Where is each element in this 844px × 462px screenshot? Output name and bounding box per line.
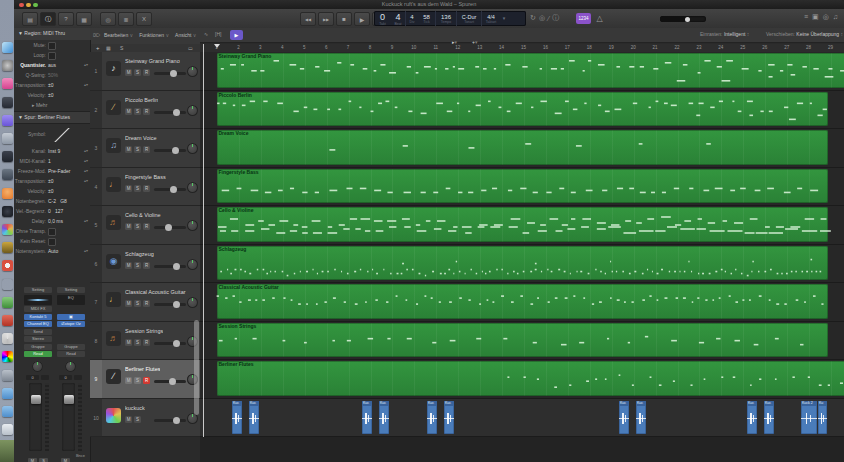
track-pan-knob[interactable] xyxy=(187,182,198,193)
inspector-row-notensystem[interactable]: Notensystem.Auto▴▾ xyxy=(14,247,90,256)
settings-dock-icon[interactable] xyxy=(2,60,13,71)
row-value[interactable]: 0,0 ms xyxy=(48,218,63,224)
apple-loops-icon[interactable]: ◎ xyxy=(823,13,829,21)
track-volume-knob[interactable] xyxy=(170,70,177,77)
track-volume-slider[interactable] xyxy=(154,111,186,114)
row-stepper[interactable]: ▴▾ xyxy=(84,248,88,253)
inspector-row-keinreset[interactable]: Kein Reset: xyxy=(14,237,90,246)
purple-app-dock-icon[interactable] xyxy=(2,115,13,126)
output-strip-slot-read[interactable]: Read xyxy=(57,351,85,357)
row-stepper[interactable]: ▴▾ xyxy=(84,158,88,163)
row-value[interactable]: ±0 xyxy=(48,82,54,88)
track-volume-knob[interactable] xyxy=(173,340,180,347)
browsers-icon[interactable]: ▣ xyxy=(812,13,819,21)
finder-dock-icon[interactable] xyxy=(2,42,13,53)
record-enable-button[interactable]: R xyxy=(143,185,150,192)
track-strip-slot-channeleq[interactable]: Channel EQ xyxy=(24,321,52,327)
track-volume-knob[interactable] xyxy=(173,263,180,270)
list-editors-icon[interactable]: ≡ xyxy=(804,13,808,21)
record-enable-button[interactable]: R xyxy=(143,300,150,307)
row-value[interactable]: ±0 xyxy=(48,178,54,184)
inspector-row-kanal[interactable]: Kanal:Inst 9▴▾ xyxy=(14,147,90,156)
toolbar-icon[interactable]: ▦ xyxy=(76,12,92,26)
track-strip-pan-knob[interactable] xyxy=(32,361,43,372)
b-app-dock-icon[interactable] xyxy=(2,279,13,290)
flex-button[interactable]: [H] xyxy=(215,31,221,38)
forward-button[interactable]: ▶▶ xyxy=(318,12,334,26)
track-volume-slider[interactable] xyxy=(154,419,186,422)
movie-app-dock-icon[interactable] xyxy=(2,169,13,180)
track-strip-slot-eq[interactable] xyxy=(24,295,52,305)
output-strip-slot-izotopeoz[interactable]: iZotope Oz xyxy=(57,321,85,327)
track-volume-knob[interactable] xyxy=(170,186,177,193)
lamp-dock-icon[interactable] xyxy=(2,370,13,381)
inspector-row-qswing[interactable]: Q-Swing:50% xyxy=(14,71,90,80)
mute-button[interactable]: M xyxy=(125,223,132,230)
record-enable-button[interactable]: R xyxy=(143,223,150,230)
library-icon[interactable]: ▤ xyxy=(22,12,38,26)
row-value[interactable]: Pre-Fader xyxy=(48,168,71,174)
inspector-row-velocity[interactable]: Velocity:±0 xyxy=(14,187,90,196)
track-volume-slider[interactable] xyxy=(154,188,186,191)
track-volume-knob[interactable] xyxy=(173,417,180,424)
row-stepper[interactable]: ▴▾ xyxy=(84,178,88,183)
track-pan-knob[interactable] xyxy=(187,105,198,116)
row-value[interactable]: ±0 xyxy=(48,92,54,98)
solo-button[interactable]: S xyxy=(134,108,141,115)
row-checkbox[interactable] xyxy=(48,52,56,60)
inspector-row-ohnetransp[interactable]: Ohne Transp. xyxy=(14,227,90,236)
mute-button[interactable]: M xyxy=(125,300,132,307)
track-volume-slider[interactable] xyxy=(154,265,186,268)
row-value[interactable]: Auto xyxy=(48,248,58,254)
output-strip-pan-knob[interactable] xyxy=(65,361,76,372)
output-strip-slot-[interactable]: ▣ xyxy=(57,314,85,320)
track-strip-slot-kontakt5[interactable]: Kontakt 5 xyxy=(24,314,52,320)
lcd-display[interactable]: 0Takt 4Beat 4Div 58Tick 136Tempo C-DurTo… xyxy=(374,11,526,26)
track-volume-slider[interactable] xyxy=(154,342,186,345)
autopunch-icon[interactable]: ◎ xyxy=(539,14,545,22)
metronome-icon[interactable]: △ xyxy=(594,13,605,24)
inspector-row-mute[interactable]: Mute: xyxy=(14,41,90,50)
mute-button[interactable]: M xyxy=(125,339,132,346)
automation-icon[interactable]: ∿ xyxy=(204,31,208,38)
photos-pink-dock-icon[interactable] xyxy=(2,78,13,89)
solo-button[interactable]: S xyxy=(134,185,141,192)
mute-button[interactable]: M xyxy=(125,108,132,115)
track-strip-slot-stereo[interactable]: Stereo xyxy=(24,336,52,342)
track-header-7[interactable]: ♩Classical Acoustic GuitarMSR xyxy=(102,283,200,322)
mute-button[interactable]: M xyxy=(125,146,132,153)
strip-solo-button[interactable]: S xyxy=(39,458,48,462)
smart-controls-icon[interactable]: ◎ xyxy=(100,12,116,26)
red-x-app-dock-icon[interactable] xyxy=(2,260,13,271)
track-strip-fader[interactable] xyxy=(29,383,42,452)
row-value[interactable]: Inst 9 xyxy=(48,148,60,154)
final-cut-dock-icon[interactable] xyxy=(2,224,13,235)
track-volume-knob[interactable] xyxy=(169,378,176,385)
solo-lock-icon[interactable]: ⓘ xyxy=(552,13,559,23)
color-wheel-dock-icon[interactable] xyxy=(2,351,13,362)
row-stepper[interactable]: ▴▾ xyxy=(84,82,88,87)
track-strip-fader-cap[interactable] xyxy=(31,395,41,404)
inspector-track-header[interactable]: ▼ Spur: Berliner Flutes xyxy=(14,111,90,124)
mute-button[interactable]: M xyxy=(125,185,132,192)
track-volume-knob[interactable] xyxy=(173,109,180,116)
row-value[interactable]: 0 127 xyxy=(48,208,63,214)
output-strip-fader[interactable] xyxy=(62,383,75,452)
row-value[interactable]: 1 xyxy=(48,158,51,164)
menu-ansicht[interactable]: Ansicht ∨ xyxy=(175,32,196,39)
track-volume-slider[interactable] xyxy=(154,303,186,306)
output-strip-fader-cap[interactable] xyxy=(64,395,74,404)
track-volume-knob[interactable] xyxy=(165,224,172,231)
move-menu[interactable]: Keine Überlappung xyxy=(796,31,839,37)
row-stepper[interactable]: ▴▾ xyxy=(84,62,88,67)
inspector-row-velbegrenz[interactable]: Vel.-Begrenz.0 127 xyxy=(14,207,90,216)
mute-button[interactable]: M xyxy=(125,377,132,384)
track-strip-slot-setting[interactable]: Setting xyxy=(24,287,52,293)
snap-menu[interactable]: Intelligent xyxy=(724,31,745,37)
strip-mute-button[interactable]: M xyxy=(61,458,70,462)
solo-button[interactable]: S xyxy=(134,146,141,153)
track-header-5[interactable]: ♬Cello & ViolineMSR xyxy=(102,206,200,245)
quick-help-icon[interactable]: ? xyxy=(58,12,74,26)
row-stepper[interactable]: ▴▾ xyxy=(84,168,88,173)
mute-button[interactable]: M xyxy=(125,416,132,423)
